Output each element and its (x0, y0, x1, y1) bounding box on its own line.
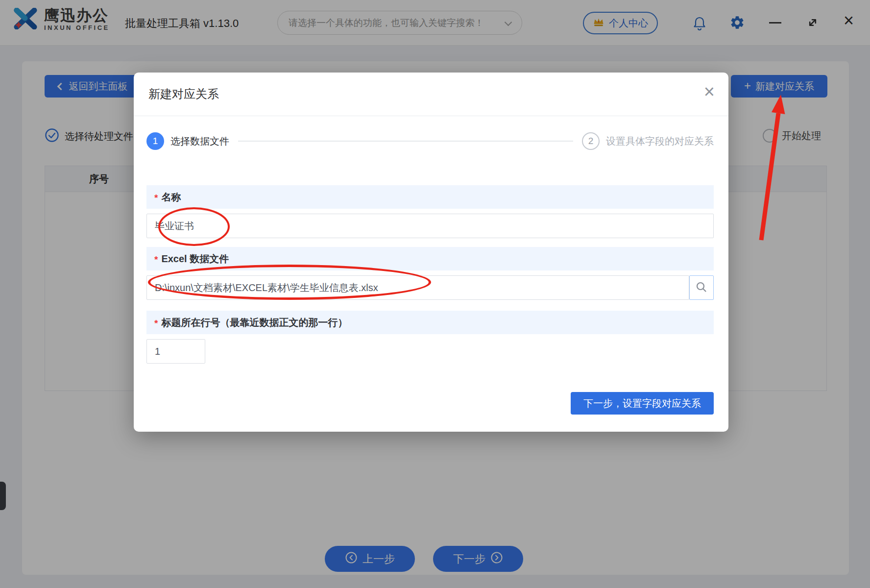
app-window: 鹰迅办公 INXUN OFFICE 批量处理工具箱 v1.13.0 请选择一个具… (0, 0, 870, 588)
new-relation-modal: 新建对应关系 × 1 选择数据文件 2 设置具体字段的对应关系 * 名称 * E… (134, 73, 728, 432)
row-number-field-label: 标题所在行号（最靠近数据正文的那一行） (161, 316, 347, 329)
file-browse-button[interactable] (689, 275, 714, 300)
modal-title: 新建对应关系 (148, 86, 219, 102)
modal-header: 新建对应关系 (134, 73, 728, 116)
required-asterisk: * (154, 318, 158, 329)
submit-next-label: 下一步，设置字段对应关系 (583, 397, 701, 410)
excel-field-label: Excel 数据文件 (161, 252, 229, 266)
wizard-step-1-number: 1 (146, 132, 164, 150)
magnifier-icon (695, 281, 708, 295)
modal-form: * 名称 * Excel 数据文件 (134, 185, 728, 364)
wizard-step-1-label: 选择数据文件 (170, 135, 229, 148)
row-number-field-label-row: * 标题所在行号（最靠近数据正文的那一行） (146, 311, 714, 334)
modal-close-button[interactable]: × (704, 82, 715, 101)
required-asterisk: * (154, 254, 158, 265)
excel-input-row (146, 275, 714, 300)
wizard-connector (238, 141, 573, 142)
excel-path-input[interactable] (146, 275, 689, 300)
name-field-label-row: * 名称 (146, 185, 714, 209)
name-field-label: 名称 (161, 191, 181, 204)
excel-field-label-row: * Excel 数据文件 (146, 247, 714, 270)
wizard-step-2-number: 2 (582, 132, 600, 150)
row-number-input[interactable] (146, 339, 205, 364)
wizard-steps: 1 选择数据文件 2 设置具体字段的对应关系 (134, 116, 728, 150)
submit-next-button[interactable]: 下一步，设置字段对应关系 (571, 392, 714, 415)
wizard-step-2-label: 设置具体字段的对应关系 (606, 135, 714, 148)
required-asterisk: * (154, 193, 158, 203)
name-input[interactable] (146, 214, 714, 238)
